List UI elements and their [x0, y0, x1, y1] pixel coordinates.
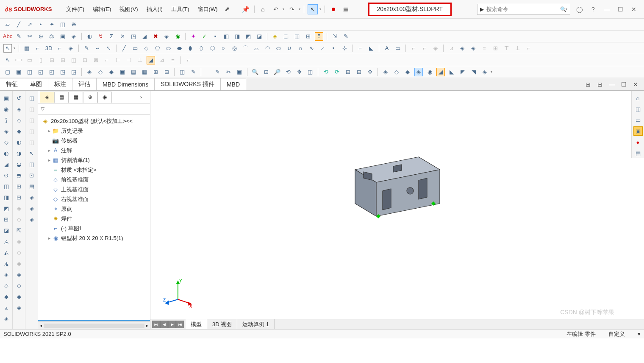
abc-icon[interactable]: Abc — [3, 32, 12, 41]
win-min-icon[interactable]: — — [607, 79, 617, 89]
zoom-fit-icon[interactable]: 🔍 — [251, 68, 259, 76]
menu-file[interactable]: 文件(F) — [62, 4, 89, 15]
body-icon[interactable]: ◫ — [58, 20, 67, 29]
rail2-l-icon[interactable]: ◇ — [14, 215, 24, 224]
point-icon[interactable]: • — [36, 20, 45, 29]
text-icon[interactable]: A — [383, 44, 391, 53]
cube4-icon[interactable]: ⊞ — [304, 32, 312, 41]
feat9-icon[interactable]: ◇ — [96, 68, 105, 76]
tree-item-sketch1[interactable]: ⌐(-) 草图1 — [38, 223, 150, 233]
rail-shell-icon[interactable]: ◫ — [2, 182, 11, 191]
rr-home-icon[interactable]: ⌂ — [633, 93, 643, 103]
rail2-a-icon[interactable]: ↺ — [14, 93, 24, 103]
rail3-d-icon[interactable]: ◫ — [27, 126, 36, 136]
pin-icon[interactable]: 📌 — [241, 4, 251, 14]
rail2-c-icon[interactable]: ◇ — [14, 115, 24, 125]
rail3-i-icon[interactable]: ▤ — [27, 182, 36, 191]
menu-view[interactable]: 视图(V) — [115, 4, 142, 15]
tool-i-icon[interactable]: ✕ — [118, 32, 127, 41]
shade10-icon[interactable]: ◈ — [480, 68, 489, 76]
rail-boundary-icon[interactable]: ◇ — [2, 137, 11, 147]
rel13-icon[interactable]: ⊥ — [136, 56, 144, 64]
tool-r-icon[interactable]: ◨ — [233, 32, 242, 41]
spline3-icon[interactable]: ⟋ — [318, 44, 327, 53]
shade5-icon[interactable]: ◉ — [425, 68, 434, 76]
tab-sketch[interactable]: 草图 — [24, 78, 48, 90]
dim2-icon[interactable]: ⤡ — [104, 44, 113, 53]
sketch2-icon[interactable]: ⌐ — [56, 44, 64, 53]
tree-tab-property[interactable]: ▦ — [69, 92, 83, 103]
view6-icon[interactable]: ⊟ — [355, 68, 363, 76]
rail-h-icon[interactable]: ◈ — [2, 314, 11, 323]
tool-f-icon[interactable]: ◈ — [69, 32, 78, 41]
tab-mbd[interactable]: MBD — [221, 78, 246, 90]
rail2-p-icon[interactable]: ◆ — [14, 259, 24, 268]
rail3-l-icon[interactable]: ◈ — [27, 215, 36, 224]
tree-tab-feature[interactable]: ◈ — [40, 92, 54, 103]
rel8-icon[interactable]: ⊡ — [80, 56, 89, 64]
tree-tab-more[interactable]: › — [134, 92, 148, 103]
coord-icon[interactable]: ✦ — [47, 20, 56, 29]
feat15-icon[interactable]: ⊟ — [162, 68, 171, 76]
extend-icon[interactable]: ⌐ — [420, 44, 429, 53]
tool-p-icon[interactable]: ▪ — [211, 32, 219, 41]
trim-icon[interactable]: ⌐ — [409, 44, 418, 53]
tool-s-icon[interactable]: ◩ — [244, 32, 253, 41]
rail2-n-icon[interactable]: ◈ — [14, 237, 24, 246]
zoom-area-icon[interactable]: ⊡ — [262, 68, 270, 76]
tool-t-icon[interactable]: ◪ — [255, 32, 264, 41]
rail-extrude-icon[interactable]: ▣ — [2, 93, 11, 103]
poly-icon[interactable]: ⬡ — [208, 44, 217, 53]
tool-k-icon[interactable]: ◢ — [140, 32, 149, 41]
tool-j-icon[interactable]: ◳ — [129, 32, 138, 41]
tree-tab-config[interactable]: ▤ — [54, 92, 69, 103]
win-tile1-icon[interactable]: ⊞ — [583, 79, 593, 89]
rail2-r-icon[interactable]: ◇ — [14, 281, 24, 290]
point2-icon[interactable]: • — [329, 44, 338, 53]
shade1-icon[interactable]: ◈ — [381, 68, 390, 76]
chamfer-icon[interactable]: ◣ — [367, 44, 375, 53]
edit-icon[interactable]: ✎ — [82, 44, 91, 53]
rail-d-icon[interactable]: ◈ — [2, 270, 11, 279]
pat2-icon[interactable]: ⊞ — [491, 44, 500, 53]
expand-icon[interactable]: ▸ — [47, 158, 52, 162]
zoom-in-icon[interactable]: 🔎 — [273, 68, 281, 76]
menu-more-icon[interactable]: ⬈ — [222, 4, 232, 14]
next-view-icon[interactable]: ⟳ — [333, 68, 341, 76]
dropdown-icon[interactable]: ▾ — [566, 7, 567, 11]
minimize-icon[interactable]: — — [601, 3, 613, 15]
view-tab-model[interactable]: 模型 — [186, 319, 207, 329]
rail2-g-icon[interactable]: ◒ — [14, 159, 24, 169]
expand-icon[interactable]: ▸ — [47, 148, 52, 153]
line2-icon[interactable]: ╱ — [120, 44, 128, 53]
rr-custom-icon[interactable]: ▤ — [633, 148, 643, 158]
rr-lib-icon[interactable]: ▭ — [633, 115, 643, 125]
feat14-icon[interactable]: ⊞ — [151, 68, 160, 76]
redo-icon[interactable]: ↷ — [287, 4, 297, 14]
tree-item-top-plane[interactable]: ◇上视基准面 — [38, 184, 150, 194]
body3-icon[interactable]: ◈ — [469, 44, 477, 53]
rel10-icon[interactable]: ⌐ — [103, 56, 111, 64]
shade6-icon[interactable]: ◢ — [436, 68, 445, 76]
rail2-e-icon[interactable]: ◐ — [14, 137, 24, 147]
help-icon[interactable]: ? — [587, 3, 599, 15]
rail-g-icon[interactable]: ⟁ — [2, 303, 11, 312]
status-custom[interactable]: 自定义 — [608, 330, 625, 338]
rel16-icon[interactable]: ⌐ — [184, 56, 193, 64]
rail2-q-icon[interactable]: ◈ — [14, 270, 24, 279]
slot3-icon[interactable]: ⬮ — [186, 44, 194, 53]
select-icon[interactable]: ↖ — [308, 4, 318, 14]
circle-icon[interactable]: ○ — [219, 44, 228, 53]
rel11-icon[interactable]: ⊢ — [114, 56, 122, 64]
tab-plugins[interactable]: SOLIDWORKS 插件 — [155, 78, 221, 90]
tree-item-history[interactable]: ▸📁历史记录 — [38, 126, 150, 136]
cursor-icon[interactable]: ↖ — [3, 44, 12, 53]
rail3-e-icon[interactable]: ◫ — [27, 137, 36, 147]
pick-icon[interactable]: ✎ — [341, 32, 350, 41]
prev-view-icon[interactable]: ⟲ — [322, 68, 330, 76]
feat6-icon[interactable]: ◳ — [58, 68, 67, 76]
pat1-icon[interactable]: ≡ — [480, 44, 489, 53]
pan-icon[interactable]: ✥ — [295, 68, 303, 76]
shade2-icon[interactable]: ◇ — [392, 68, 401, 76]
tree-root[interactable]: ◈ 20x20x100型材 (默认<按加工><< — [38, 116, 150, 126]
